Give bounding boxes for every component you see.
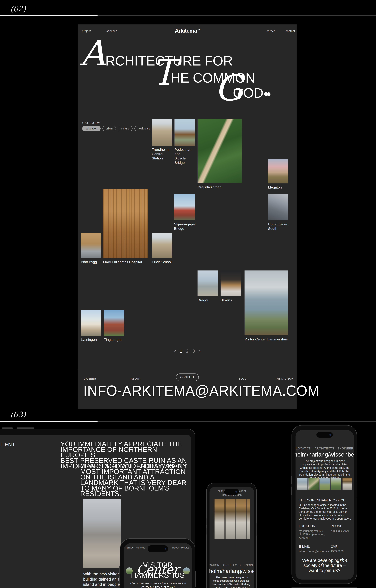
category-filters: education urban culture healthcare: [82, 126, 154, 131]
footer-link-career[interactable]: CAREER: [84, 377, 96, 380]
thumbnail-coast-meadow[interactable]: [320, 478, 330, 490]
tablet-button: [2, 428, 13, 429]
project-caption: Blixens: [220, 298, 241, 302]
credits-marquee: nholm/harlang/wissenberg/bo: [295, 451, 354, 458]
paragraph-line: With the new visitor ce: [83, 571, 124, 577]
project-image-dragor: [198, 270, 218, 296]
dynamic-island-notch: [316, 432, 333, 438]
project-image-blixens: [220, 270, 241, 296]
project-tile-trondheim[interactable]: Trondheim Central Station: [152, 119, 172, 160]
project-tile-pedestrian-bridge[interactable]: Pedestrian and Bicycle Bridge: [175, 119, 195, 165]
volume-button: [206, 528, 207, 535]
pagination-prev-icon[interactable]: ‹: [174, 348, 176, 354]
project-tile-copenhagen-south[interactable]: Copenhagen South: [268, 194, 288, 231]
logo-text: Arkitema: [175, 28, 197, 34]
phone-value[interactable]: +45 5858 2000: [331, 529, 349, 532]
office-heading: THE COPENHAGEN OFFICE: [299, 498, 345, 502]
tab-engineer[interactable]: ENGINEER: [337, 447, 353, 450]
project-tile-skjaervagapet[interactable]: Skjærvagapet Bridge: [174, 194, 195, 231]
project-tile-grejsdalsbroen[interactable]: Grejsdalsbroen: [198, 119, 242, 189]
paragraph-line: building gained an eve: [83, 577, 124, 582]
project-caption: Grejsdalsbroen: [198, 185, 242, 189]
project-image-megaton: [268, 159, 288, 183]
desktop-mockup: project services Arkitema •• career cont…: [78, 24, 297, 409]
phone-nav-left: project services: [127, 546, 145, 549]
footer-link-blog[interactable]: BLOG: [239, 377, 247, 380]
project-tile-hammershus[interactable]: Visitor Center Hammershus: [244, 270, 288, 342]
project-caption: Visitor Center Hammershus: [244, 337, 288, 342]
closing-line: societyof the future –: [295, 563, 354, 568]
cvr-value: 1569 6230: [331, 550, 344, 553]
tab-architects[interactable]: ARCHITECTS: [222, 564, 240, 567]
gallery-interior-photo: [214, 499, 250, 539]
project-image-mary-elizabeths: [103, 189, 148, 258]
headline-line-3: OOD: [233, 86, 263, 100]
nav-item-contact[interactable]: contact: [285, 29, 295, 33]
tab-engineer[interactable]: ENGINEER: [244, 564, 254, 567]
nav-item-career[interactable]: career: [172, 546, 179, 549]
thumbnail-colonnade[interactable]: [342, 478, 352, 490]
case-tabs: LOCATION ARCHITECTS ENGINEER: [295, 447, 354, 450]
case-tagline: REVISITING THE CASTLE RUINS OF BORNHOLM: [124, 581, 192, 585]
footer-contact-button[interactable]: CONTACT: [176, 374, 199, 381]
project-caption: Dragør: [198, 298, 218, 302]
thumbnail-boardwalk[interactable]: [297, 478, 307, 490]
project-caption: Copenhagen South: [268, 222, 288, 231]
camera-icon: [329, 434, 331, 436]
project-image-grejsdalsbroen: [198, 119, 242, 183]
project-tile-megaton[interactable]: Megaton: [268, 159, 288, 190]
case-paragraph-1: With the new visitor ce building gained …: [83, 571, 124, 588]
closing-statement: We are developingthe societyof the futur…: [295, 558, 354, 573]
project-image-tingstorget: [104, 310, 124, 336]
project-tile-dragor[interactable]: Dragør: [198, 270, 218, 302]
filter-education[interactable]: education: [82, 126, 101, 131]
dynamic-island-notch: [147, 545, 168, 552]
footer-link-instagram[interactable]: INSTAGRAM: [276, 377, 293, 380]
email-value[interactable]: info-arkitema@arkitema.com: [299, 550, 333, 553]
arkitema-logo[interactable]: Arkitema ••: [78, 28, 297, 34]
project-tile-mary-elizabeths[interactable]: Mary Elizabeths Hospital: [103, 189, 148, 264]
phone-label: PHONE: [331, 524, 342, 528]
volume-button: [119, 576, 120, 585]
thumbnail-valley[interactable]: [331, 478, 341, 490]
thumbnail-aerial-path[interactable]: [308, 478, 319, 490]
logo-dots-icon: ••: [198, 28, 200, 32]
project-caption: Blått Bygg: [81, 260, 101, 264]
closing-line: want to join us?: [295, 568, 354, 573]
footer-email-link[interactable]: INFO-ARKITEMA@ARKITEMA.COM: [83, 382, 292, 399]
project-image-hammershus: [244, 270, 288, 335]
gallery-thumbnails: [297, 478, 352, 490]
case-title-hammershus: HAMMERSHUS: [124, 572, 192, 579]
tab-location[interactable]: LOCATION: [296, 447, 311, 450]
project-tile-lysningen[interactable]: Lysningen: [81, 310, 101, 342]
nav-item-project[interactable]: project: [127, 546, 134, 549]
office-paragraph: Our Copenhagen office is located in the …: [299, 503, 352, 520]
pagination-next-icon[interactable]: ›: [199, 348, 200, 354]
project-tile-tingstorget[interactable]: Tingstorget: [104, 310, 124, 342]
cooperation-paragraph: The project was designed in close cooper…: [298, 459, 351, 480]
tab-architects[interactable]: ARCHITECTS: [314, 447, 334, 450]
filter-urban[interactable]: urban: [103, 126, 116, 131]
nav-item-services[interactable]: services: [136, 546, 145, 549]
project-tile-erlev-school[interactable]: Erlev School: [152, 234, 172, 264]
project-tile-blatt-bygg[interactable]: Blått Bygg: [81, 234, 101, 264]
credits-marquee: nholm/harlang/wissenberg/bo: [209, 568, 254, 574]
mobile-footer-panel: CAREER ABOUT CONTACT BLOG INSTAGRAM INFO…: [292, 588, 357, 588]
filter-healthcare[interactable]: healthcare: [135, 126, 154, 131]
nav-item-contact[interactable]: contact: [181, 546, 189, 549]
project-image-blatt-bygg: [81, 234, 101, 258]
pagination-page-3[interactable]: 3: [193, 349, 195, 354]
pagination-page-2[interactable]: 2: [186, 349, 188, 354]
footer-link-about[interactable]: ABOUT: [131, 377, 141, 380]
volume-button: [206, 518, 207, 525]
nav-item-career[interactable]: career: [266, 29, 275, 33]
project-tile-blixens[interactable]: Blixens: [220, 270, 241, 302]
power-button: [256, 523, 257, 536]
filter-culture[interactable]: culture: [118, 126, 133, 131]
project-image-pedestrian-bridge: [175, 119, 195, 146]
tab-location[interactable]: LOCATION: [209, 564, 219, 567]
dynamic-island-notch: [224, 489, 239, 495]
pagination-page-1[interactable]: 1: [180, 349, 182, 354]
category-label: CATEGORY: [82, 121, 100, 125]
project-caption: Trondheim Central Station: [152, 147, 172, 160]
